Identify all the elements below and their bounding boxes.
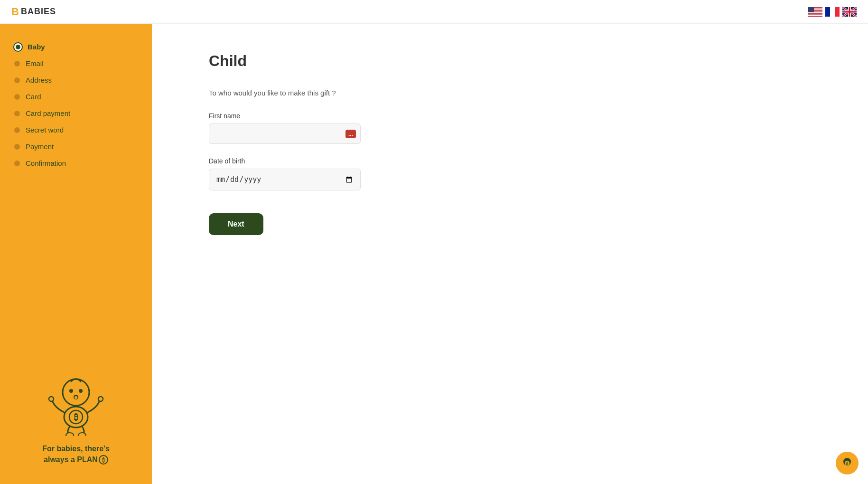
first-name-input[interactable] (209, 123, 361, 144)
sidebar-item-baby[interactable]: Baby (14, 43, 138, 51)
nav-dot-card-payment (14, 111, 20, 116)
sidebar-label-payment: Payment (26, 142, 54, 151)
nav-dot-confirmation (14, 161, 20, 166)
sidebar-label-baby: Baby (28, 43, 45, 51)
sidebar-item-card-payment[interactable]: Card payment (14, 109, 138, 117)
logo-b-letter: B (11, 6, 19, 18)
svg-point-21 (98, 397, 103, 401)
date-of-birth-input[interactable] (209, 169, 361, 190)
svg-point-13 (69, 389, 73, 393)
logo: B BABIES (11, 6, 56, 18)
sidebar: Baby Email Address Card Card payment Sec (0, 24, 152, 484)
sidebar-item-confirmation[interactable]: Confirmation (14, 159, 138, 167)
sidebar-label-email: Email (26, 59, 44, 67)
baby-icon: ₿ (45, 374, 107, 436)
header: B BABIES (0, 0, 868, 24)
main-layout: Baby Email Address Card Card payment Sec (0, 24, 868, 484)
first-name-input-wrapper: ... (209, 123, 361, 144)
svg-rect-8 (825, 7, 830, 17)
svg-rect-9 (830, 7, 835, 17)
svg-point-20 (49, 397, 54, 401)
svg-text:₿: ₿ (74, 412, 78, 422)
sidebar-illustration: ₿ For babies, there's always a PLAN₿ (14, 355, 138, 465)
svg-rect-4 (808, 12, 822, 13)
first-name-error-badge: ... (345, 130, 356, 138)
svg-rect-6 (808, 15, 822, 16)
nav-dot-card (14, 94, 20, 100)
next-button[interactable]: Next (209, 213, 263, 235)
sidebar-item-payment[interactable]: Payment (14, 142, 138, 151)
svg-rect-5 (808, 13, 822, 14)
flag-us[interactable] (808, 7, 822, 17)
first-name-group: First name ... (209, 112, 811, 144)
first-name-label: First name (209, 112, 811, 120)
svg-rect-7 (808, 7, 814, 12)
corner-avatar[interactable]: ₿ (836, 452, 859, 475)
nav-dot-baby (14, 43, 22, 51)
form-subtitle: To who would you like to make this gift … (209, 89, 811, 97)
sidebar-label-address: Address (26, 76, 52, 84)
sidebar-label-card: Card (26, 93, 41, 101)
svg-point-14 (79, 389, 83, 393)
content-area: Child To who would you like to make this… (152, 24, 868, 484)
date-of-birth-group: Date of birth (209, 157, 811, 190)
flag-fr[interactable] (825, 7, 840, 17)
svg-point-22 (66, 433, 74, 436)
nav-dot-address (14, 77, 20, 83)
page-title: Child (209, 52, 811, 70)
sidebar-item-card[interactable]: Card (14, 93, 138, 101)
nav-dot-email (14, 61, 20, 66)
svg-point-12 (63, 379, 89, 406)
svg-point-16 (75, 396, 77, 399)
sidebar-label-secret-word: Secret word (26, 126, 64, 134)
nav-dot-payment (14, 144, 20, 150)
sidebar-tagline: For babies, there's always a PLAN₿ (42, 444, 110, 465)
sidebar-item-secret-word[interactable]: Secret word (14, 126, 138, 134)
logo-text: BABIES (21, 7, 56, 17)
sidebar-item-address[interactable]: Address (14, 76, 138, 84)
sidebar-label-card-payment: Card payment (26, 109, 70, 117)
sidebar-item-email[interactable]: Email (14, 59, 138, 67)
sidebar-label-confirmation: Confirmation (26, 159, 66, 167)
corner-avatar-icon: ₿ (838, 454, 856, 472)
language-switcher[interactable] (808, 7, 857, 17)
svg-point-23 (78, 433, 86, 436)
date-of-birth-label: Date of birth (209, 157, 811, 165)
flag-uk[interactable] (842, 7, 857, 17)
svg-rect-10 (835, 7, 840, 17)
sidebar-nav: Baby Email Address Card Card payment Sec (14, 43, 138, 167)
nav-dot-secret-word (14, 127, 20, 133)
